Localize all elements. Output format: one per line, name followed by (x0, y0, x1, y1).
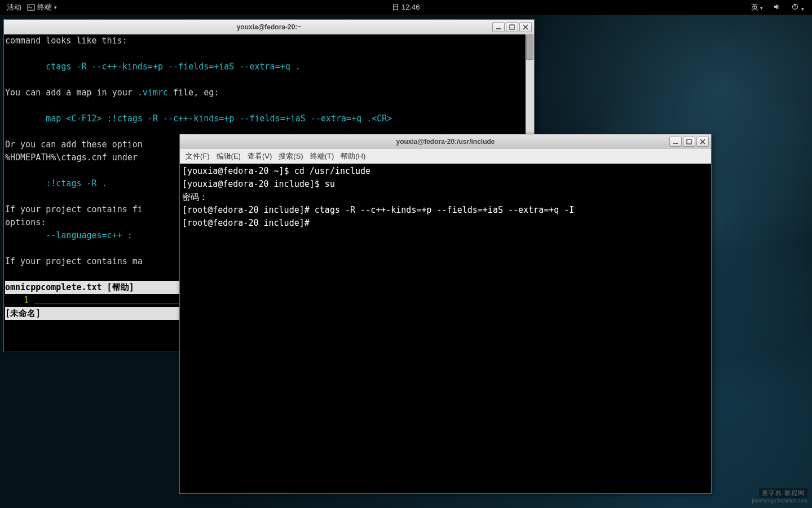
watermark: 查字典 教程网 jiaocheng.chazidian.com (752, 488, 807, 503)
app-menu-label: 终端 (37, 2, 52, 12)
vim-title: youxia@fedora-20:~ (6, 23, 532, 31)
svg-rect-0 (28, 5, 34, 11)
chevron-down-icon: ▾ (54, 5, 57, 10)
terminal-line: [youxia@fedora-20 ~]$ cd /usr/include (182, 166, 370, 176)
clock[interactable]: 日 12:46 (392, 2, 420, 12)
menu-help[interactable]: 帮助(H) (338, 150, 368, 163)
menu-terminal[interactable]: 终端(T) (308, 150, 337, 163)
activities-button[interactable]: 活动 (7, 2, 21, 12)
terminal-line: [youxia@fedora-20 include]$ su (182, 179, 335, 189)
menu-file[interactable]: 文件(F) (183, 150, 212, 163)
scrollbar-thumb[interactable] (526, 34, 533, 60)
close-button[interactable] (519, 22, 532, 32)
minimize-button[interactable] (492, 22, 505, 32)
app-menu[interactable]: 终端 ▾ (27, 2, 57, 12)
maximize-button[interactable] (506, 22, 518, 32)
power-icon[interactable]: ▾ (791, 3, 804, 12)
terminal-line: 密码： (182, 192, 208, 202)
terminal-titlebar[interactable]: youxia@fedora-20:/usr/include (180, 134, 711, 149)
terminal-menubar: 文件(F) 编辑(E) 查看(V) 搜索(S) 终端(T) 帮助(H) (180, 149, 711, 164)
ime-indicator[interactable]: 英 ▾ (751, 2, 764, 12)
chevron-down-icon: ▾ (801, 6, 804, 12)
minimize-button[interactable] (669, 137, 682, 147)
chevron-down-icon: ▾ (760, 5, 763, 11)
terminal-line: [root@fedora-20 include]# ctags -R --c++… (182, 205, 574, 215)
terminal-title: youxia@fedora-20:/usr/include (182, 138, 709, 146)
svg-rect-4 (510, 25, 514, 29)
volume-icon[interactable] (773, 3, 781, 12)
terminal-window: youxia@fedora-20:/usr/include 文件(F) 编辑(E… (179, 134, 712, 494)
menu-search[interactable]: 搜索(S) (276, 150, 305, 163)
terminal-icon (27, 3, 35, 11)
svg-rect-8 (687, 139, 691, 144)
maximize-button[interactable] (683, 137, 695, 147)
close-button[interactable] (696, 137, 709, 147)
terminal-line: [root@fedora-20 include]# (182, 218, 315, 228)
gnome-topbar: 活动 终端 ▾ 日 12:46 英 ▾ ▾ (0, 0, 812, 15)
menu-view[interactable]: 查看(V) (245, 150, 274, 163)
terminal-body[interactable]: [youxia@fedora-20 ~]$ cd /usr/include [y… (180, 164, 711, 493)
menu-edit[interactable]: 编辑(E) (214, 150, 243, 163)
vim-titlebar[interactable]: youxia@fedora-20:~ (4, 20, 534, 34)
